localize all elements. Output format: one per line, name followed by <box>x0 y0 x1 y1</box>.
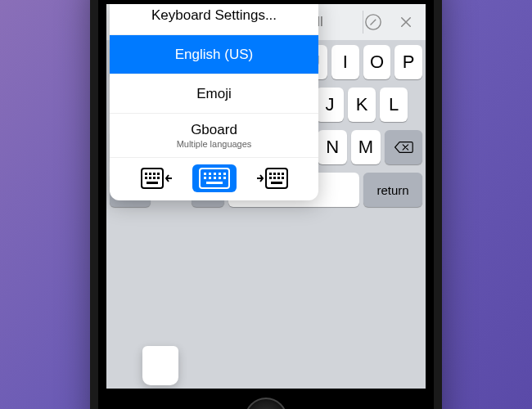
keyboard-dock-full-icon[interactable] <box>192 164 237 192</box>
keyboard-switcher-popup: Keyboard Settings... English (US) Emoji … <box>110 4 318 200</box>
key-i[interactable]: I <box>331 45 359 79</box>
keyboard-dock-left-icon[interactable] <box>135 164 179 192</box>
key-p[interactable]: P <box>394 45 422 79</box>
svg-rect-10 <box>157 177 160 179</box>
svg-rect-8 <box>149 177 151 179</box>
divider <box>363 11 363 34</box>
home-button[interactable] <box>245 398 287 409</box>
svg-rect-16 <box>219 173 221 175</box>
backspace-icon <box>394 140 413 155</box>
svg-rect-2 <box>142 169 163 188</box>
return-key[interactable]: return <box>363 173 422 207</box>
keyboard-dock-right-icon[interactable] <box>250 164 294 192</box>
key-j[interactable]: J <box>316 88 344 122</box>
svg-rect-24 <box>266 169 287 188</box>
svg-rect-4 <box>149 173 151 175</box>
svg-rect-7 <box>145 177 147 179</box>
svg-rect-17 <box>223 173 226 175</box>
svg-rect-18 <box>204 177 206 179</box>
svg-rect-23 <box>206 182 223 184</box>
svg-rect-9 <box>153 177 156 179</box>
svg-rect-11 <box>147 182 158 184</box>
keyboard-settings-label: Keyboard Settings... <box>151 7 277 24</box>
key-o[interactable]: O <box>363 45 391 79</box>
svg-rect-13 <box>204 173 206 175</box>
svg-rect-31 <box>277 177 280 179</box>
phone-bezel: I'll Q W E R T Y U I <box>98 0 434 409</box>
keyboard-option-english[interactable]: English (US) <box>110 35 318 74</box>
keyboard-settings-item[interactable]: Keyboard Settings... <box>110 4 318 35</box>
svg-rect-33 <box>271 182 282 184</box>
svg-rect-30 <box>273 177 276 179</box>
svg-rect-32 <box>282 177 284 179</box>
key-l[interactable]: L <box>380 88 408 122</box>
keyboard-option-label: Gboard <box>191 122 237 138</box>
svg-rect-5 <box>153 173 156 175</box>
svg-rect-6 <box>157 173 160 175</box>
svg-rect-15 <box>214 173 216 175</box>
svg-rect-20 <box>214 177 216 179</box>
globe-key-highlight[interactable] <box>142 346 178 385</box>
keyboard-layout-row <box>110 158 318 200</box>
key-k[interactable]: K <box>348 88 376 122</box>
close-icon[interactable] <box>393 9 419 35</box>
svg-rect-21 <box>219 177 221 179</box>
keyboard-option-emoji[interactable]: Emoji <box>110 74 318 114</box>
svg-rect-22 <box>223 177 226 179</box>
svg-rect-14 <box>209 173 211 175</box>
keyboard-option-gboard[interactable]: Gboard Multiple languages <box>110 114 318 158</box>
keyboard-option-label: English (US) <box>175 47 253 63</box>
svg-rect-26 <box>273 173 276 175</box>
keyboard-option-sublabel: Multiple languages <box>177 139 252 149</box>
key-n[interactable]: N <box>318 130 347 164</box>
svg-rect-28 <box>282 173 284 175</box>
svg-rect-3 <box>145 173 147 175</box>
screen: I'll Q W E R T Y U I <box>106 4 426 389</box>
svg-rect-29 <box>269 177 272 179</box>
phone-frame: I'll Q W E R T Y U I <box>90 0 442 409</box>
keyboard-option-label: Emoji <box>196 86 232 102</box>
svg-rect-27 <box>277 173 280 175</box>
pen-circle-icon[interactable] <box>360 9 386 35</box>
svg-rect-25 <box>269 173 272 175</box>
backspace-key[interactable] <box>385 130 422 164</box>
svg-rect-19 <box>209 177 211 179</box>
key-m[interactable]: M <box>351 130 381 164</box>
